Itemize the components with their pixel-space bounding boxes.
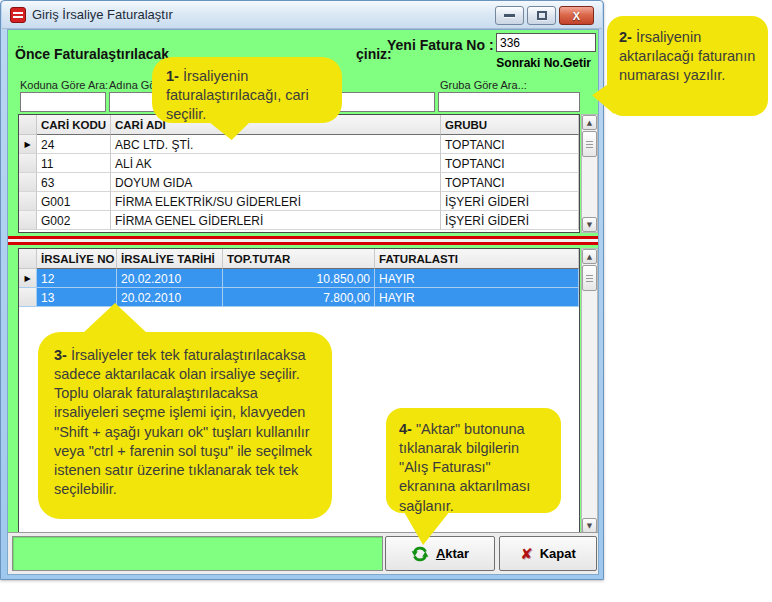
scroll-down-icon[interactable]: ▼ (582, 217, 597, 232)
search-grup-label: Gruba Göre Ara..: (440, 79, 527, 91)
titlebar[interactable]: Giriş İrsaliye Faturalaştır X (2, 1, 602, 29)
cell-tarih[interactable]: 20.02.2010 (117, 269, 223, 288)
row-selector[interactable] (19, 288, 37, 307)
col-grubu[interactable]: GRUBU (441, 115, 579, 135)
instruction-text-left: Önce Faturalaştırılacak (15, 46, 169, 62)
col-top-tutar[interactable]: TOP.TUTAR (223, 249, 375, 269)
cell-grup[interactable]: İŞYERİ GİDERİ (441, 192, 579, 211)
header-selector-cell (19, 249, 37, 269)
table-row-selected[interactable]: 13 20.02.2010 7.800,00 HAYIR (19, 288, 579, 307)
cari-grid-scrollbar[interactable]: ▲ ▼ (581, 114, 598, 233)
table-row[interactable]: 63 DOYUM GIDA TOPTANCI (19, 173, 579, 192)
screenshot-canvas: Giriş İrsaliye Faturalaştır X Önce Fatur… (0, 0, 772, 602)
cell-grup[interactable]: TOPTANCI (441, 154, 579, 173)
col-irsaliye-tarihi[interactable]: İRSALİYE TARİHİ (117, 249, 223, 269)
cell-grup[interactable]: İŞYERİ GİDERİ (441, 211, 579, 230)
aktar-label: Aktar (436, 546, 469, 561)
callout-number: 3- (54, 347, 67, 363)
search-kod-label: Koduna Göre Ara: (20, 79, 108, 91)
cell-kod[interactable]: G001 (37, 192, 111, 211)
cell-ad[interactable]: FİRMA GENEL GİDERLERİ (111, 211, 441, 230)
fatura-no-input[interactable] (496, 33, 596, 52)
col-cari-kodu[interactable]: CARİ KODU (37, 115, 111, 135)
irsaliye-grid-header: İRSALİYE NO İRSALİYE TARİHİ TOP.TUTAR FA… (19, 249, 579, 269)
window-title: Giriş İrsaliye Faturalaştır (32, 7, 173, 22)
callout-text: İrsaliyenin faturalaştırılacağı, cari se… (166, 68, 309, 122)
callout-1: 1- İrsaliyenin faturalaştırılacağı, cari… (152, 57, 342, 123)
table-row[interactable]: G002 FİRMA GENEL GİDERLERİ İŞYERİ GİDERİ (19, 211, 579, 230)
footer-bar: Aktar ✘ Kapat (8, 532, 599, 574)
recycle-icon (411, 545, 429, 563)
cell-ad[interactable]: ALİ AK (111, 154, 441, 173)
cell-kod[interactable]: 24 (37, 135, 111, 154)
callout-number: 4- (399, 421, 412, 437)
cell-ad[interactable]: ABC LTD. ŞTİ. (111, 135, 441, 154)
callout-number: 2- (619, 29, 632, 45)
cell-tutar[interactable]: 10.850,00 (223, 269, 375, 288)
cell-grup[interactable]: TOPTANCI (441, 173, 579, 192)
app-icon (10, 7, 26, 23)
col-faturalasti[interactable]: FATURALASTI (375, 249, 579, 269)
cell-no[interactable]: 13 (37, 288, 117, 307)
row-selector[interactable] (19, 154, 37, 173)
callout-4: 4- "Aktar" butonuna tıklanarak bilgileri… (386, 408, 561, 513)
close-button[interactable]: X (559, 6, 594, 25)
current-row-icon: ▶ (24, 274, 30, 283)
current-row-icon: ▶ (24, 140, 30, 149)
table-row[interactable]: G001 FİRMA ELEKTRİK/SU GİDERLERİ İŞYERİ … (19, 192, 579, 211)
callout-3: 3- İrsaliyeler tek tek faturalaştırılaca… (38, 332, 332, 519)
minimize-icon (504, 14, 515, 17)
cell-no[interactable]: 12 (37, 269, 117, 288)
cell-grup[interactable]: TOPTANCI (441, 135, 579, 154)
cari-grid: CARİ KODU CARİ ADI GRUBU ▶ 24 ABC LTD. Ş… (18, 114, 580, 233)
kapat-button[interactable]: ✘ Kapat (499, 536, 597, 571)
table-row[interactable]: 11 ALİ AK TOPTANCI (19, 154, 579, 173)
minimize-button[interactable] (495, 6, 524, 25)
cell-faturalasti[interactable]: HAYIR (375, 269, 579, 288)
cell-tutar[interactable]: 7.800,00 (223, 288, 375, 307)
cell-ad[interactable]: FİRMA ELEKTRİK/SU GİDERLERİ (111, 192, 441, 211)
fatura-no-label: Yeni Fatura No : (387, 37, 494, 53)
cell-tarih[interactable]: 20.02.2010 (117, 288, 223, 307)
search-kod-input[interactable] (20, 92, 106, 112)
search-grup-input[interactable] (438, 92, 580, 112)
irsaliye-grid-scrollbar[interactable]: ▲ ▼ (581, 248, 598, 534)
cell-kod[interactable]: G002 (37, 211, 111, 230)
row-selector[interactable]: ▶ (19, 269, 37, 288)
close-icon: X (573, 10, 580, 22)
callout-2: 2- İrsaliyenin aktarılacağı faturanın nu… (607, 16, 768, 116)
callout-text: İrsaliyenin aktarılacağı faturanın numar… (619, 29, 755, 83)
scroll-up-icon[interactable]: ▲ (582, 115, 597, 130)
maximize-icon (537, 11, 547, 20)
row-selector[interactable] (19, 173, 37, 192)
close-x-icon: ✘ (520, 545, 533, 563)
callout-number: 1- (166, 68, 179, 84)
header-selector-cell (19, 115, 37, 135)
maximize-button[interactable] (527, 6, 556, 25)
scroll-thumb[interactable] (582, 131, 597, 157)
scroll-thumb[interactable] (582, 265, 597, 291)
col-irsaliye-no[interactable]: İRSALİYE NO (37, 249, 117, 269)
red-divider (8, 236, 599, 245)
aktar-button[interactable]: Aktar (385, 536, 495, 571)
row-selector[interactable] (19, 192, 37, 211)
kapat-label: Kapat (540, 546, 576, 561)
cell-faturalasti[interactable]: HAYIR (375, 288, 579, 307)
row-selector[interactable] (19, 211, 37, 230)
table-row-selected[interactable]: ▶ 12 20.02.2010 10.850,00 HAYIR (19, 269, 579, 288)
status-bar (12, 536, 383, 571)
row-selector[interactable]: ▶ (19, 135, 37, 154)
cell-kod[interactable]: 63 (37, 173, 111, 192)
sonraki-no-getir-button[interactable]: Sonraki No.Getir (496, 56, 591, 70)
scroll-down-icon[interactable]: ▼ (582, 518, 597, 533)
cell-kod[interactable]: 11 (37, 154, 111, 173)
scroll-up-icon[interactable]: ▲ (582, 249, 597, 264)
cell-ad[interactable]: DOYUM GIDA (111, 173, 441, 192)
callout-text: "Aktar" butonuna tıklanarak bilgilerin "… (399, 421, 530, 514)
callout-text: İrsaliyeler tek tek faturalaştırılacaksa… (54, 347, 312, 497)
table-row[interactable]: ▶ 24 ABC LTD. ŞTİ. TOPTANCI (19, 135, 579, 154)
